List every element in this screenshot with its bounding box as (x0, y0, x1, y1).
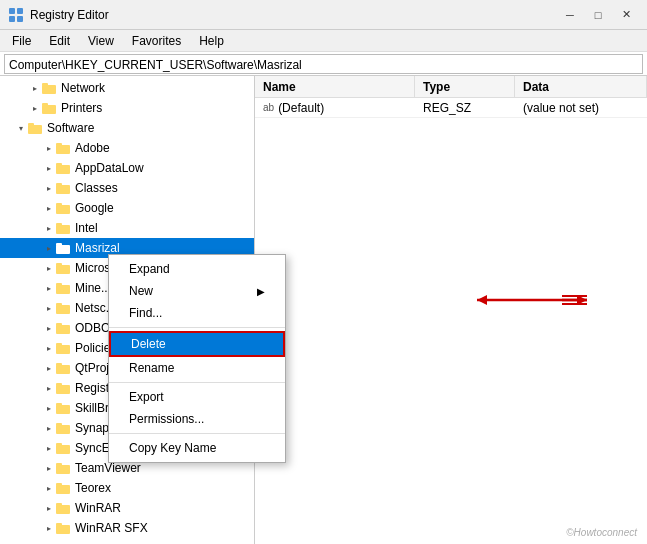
ctx-new[interactable]: New ▶ (109, 280, 285, 302)
tree-label-intel: Intel (75, 221, 98, 235)
folder-icon-netsc (56, 301, 72, 315)
ctx-find[interactable]: Find... (109, 302, 285, 324)
menu-edit[interactable]: Edit (41, 32, 78, 50)
expander-netsc[interactable] (42, 301, 56, 315)
tree-label-winrarsfx: WinRAR SFX (75, 521, 148, 535)
expander-adobe[interactable] (42, 141, 56, 155)
tree-item-winrarsfx[interactable]: WinRAR SFX (0, 518, 254, 538)
expander-qtproj[interactable] (42, 361, 56, 375)
svg-rect-40 (56, 445, 70, 454)
col-header-type: Type (415, 76, 515, 97)
expander-teamviewer[interactable] (42, 461, 56, 475)
tree-item-google[interactable]: Google (0, 198, 254, 218)
tree-item-adobe[interactable]: Adobe (0, 138, 254, 158)
expander-regist[interactable] (42, 381, 56, 395)
expander-skillbr[interactable] (42, 401, 56, 415)
svg-rect-17 (56, 203, 62, 206)
svg-rect-33 (56, 363, 62, 366)
ctx-sep-1 (109, 327, 285, 328)
folder-icon-masrizal (56, 241, 72, 255)
watermark: ©Howtoconnect (566, 527, 637, 538)
svg-rect-14 (56, 185, 70, 194)
close-button[interactable]: ✕ (613, 5, 639, 25)
svg-rect-0 (9, 8, 15, 14)
expander-winrarsfx[interactable] (42, 521, 56, 535)
ctx-permissions[interactable]: Permissions... (109, 408, 285, 430)
menu-help[interactable]: Help (191, 32, 232, 50)
expander-intel[interactable] (42, 221, 56, 235)
ctx-rename[interactable]: Rename (109, 357, 285, 379)
registry-row-default[interactable]: ab (Default) REG_SZ (value not set) (255, 98, 647, 118)
svg-rect-36 (56, 405, 70, 414)
svg-rect-19 (56, 223, 62, 226)
folder-icon-intel (56, 221, 72, 235)
tree-label-printers: Printers (61, 101, 102, 115)
expander-winrar[interactable] (42, 501, 56, 515)
app-icon (8, 7, 24, 23)
tree-item-intel[interactable]: Intel (0, 218, 254, 238)
tree-label-classes: Classes (75, 181, 118, 195)
expander-classes[interactable] (42, 181, 56, 195)
minimize-button[interactable]: ─ (557, 5, 583, 25)
ctx-expand[interactable]: Expand (109, 258, 285, 280)
svg-rect-4 (42, 85, 56, 94)
expander-teorex[interactable] (42, 481, 56, 495)
menu-view[interactable]: View (80, 32, 122, 50)
svg-rect-43 (56, 463, 62, 466)
ctx-rename-label: Rename (129, 361, 174, 375)
svg-rect-27 (56, 303, 62, 306)
menu-favorites[interactable]: Favorites (124, 32, 189, 50)
ctx-delete[interactable]: Delete (109, 331, 285, 357)
folder-icon-synce (56, 441, 72, 455)
expander-synce[interactable] (42, 441, 56, 455)
menu-file[interactable]: File (4, 32, 39, 50)
address-path[interactable]: Computer\HKEY_CURRENT_USER\Software\Masr… (4, 54, 643, 74)
folder-icon-winrar (56, 501, 72, 515)
main-area: Network Printers Software (0, 76, 647, 544)
folder-icon-synap (56, 421, 72, 435)
ctx-permissions-label: Permissions... (129, 412, 204, 426)
tree-item-appdatalow[interactable]: AppDataLow (0, 158, 254, 178)
svg-rect-34 (56, 385, 70, 394)
svg-rect-7 (42, 103, 48, 106)
folder-icon-micros (56, 261, 72, 275)
expander-appdatalow[interactable] (42, 161, 56, 175)
maximize-button[interactable]: □ (585, 5, 611, 25)
svg-rect-2 (9, 16, 15, 22)
svg-rect-9 (28, 123, 34, 126)
ctx-copykey[interactable]: Copy Key Name (109, 437, 285, 459)
expander-odbc[interactable] (42, 321, 56, 335)
right-pane: Name Type Data ab (Default) REG_SZ (valu… (255, 76, 647, 544)
expander-software[interactable] (14, 121, 28, 135)
menu-bar: File Edit View Favorites Help (0, 30, 647, 52)
expander-printers[interactable] (28, 101, 42, 115)
expander-masrizal[interactable] (42, 241, 56, 255)
expander-mine[interactable] (42, 281, 56, 295)
tree-item-software[interactable]: Software (0, 118, 254, 138)
expander-google[interactable] (42, 201, 56, 215)
cell-data-default: (value not set) (515, 99, 647, 117)
expander-policie[interactable] (42, 341, 56, 355)
expander-synap[interactable] (42, 421, 56, 435)
address-bar: Computer\HKEY_CURRENT_USER\Software\Masr… (0, 52, 647, 76)
expander-network[interactable] (28, 81, 42, 95)
svg-rect-5 (42, 83, 48, 86)
ctx-export[interactable]: Export (109, 386, 285, 408)
svg-rect-15 (56, 183, 62, 186)
svg-rect-12 (56, 165, 70, 174)
tree-item-printers[interactable]: Printers (0, 98, 254, 118)
tree-item-winrar[interactable]: WinRAR (0, 498, 254, 518)
expander-micros[interactable] (42, 261, 56, 275)
tree-item-network[interactable]: Network (0, 78, 254, 98)
col-header-name: Name (255, 76, 415, 97)
folder-icon-skillbr (56, 401, 72, 415)
svg-rect-47 (56, 503, 62, 506)
folder-icon-teamviewer (56, 461, 72, 475)
tree-item-classes[interactable]: Classes (0, 178, 254, 198)
svg-rect-6 (42, 105, 56, 114)
tree-item-teorex[interactable]: Teorex (0, 478, 254, 498)
svg-rect-20 (56, 245, 70, 254)
tree-label-masrizal: Masrizal (75, 241, 120, 255)
folder-icon-google (56, 201, 72, 215)
svg-rect-35 (56, 383, 62, 386)
